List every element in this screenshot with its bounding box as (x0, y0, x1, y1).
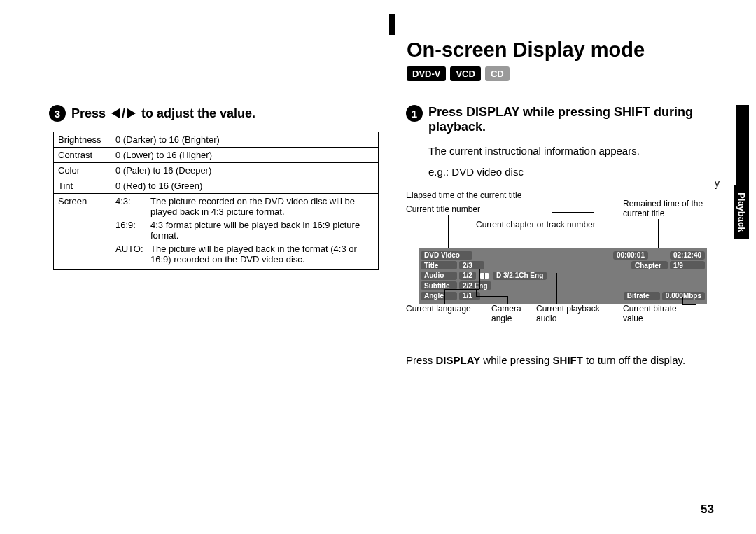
leader-line (552, 212, 594, 213)
left-arrow-icon (111, 108, 120, 118)
badge-vcd: VCD (450, 66, 480, 81)
cell-key: Screen (54, 194, 111, 270)
leader-line (658, 219, 659, 251)
table-row: Brightness0 (Darker) to 16 (Brighter) (54, 132, 379, 148)
cell-val: 0 (Paler) to 16 (Deeper) (111, 163, 379, 178)
step3-text-b: to adjust the value. (141, 106, 255, 121)
osd-box: DVD Video 00:00:01 02:12:40 Title 2/3 Ch… (419, 248, 707, 304)
osd-elapsed: 00:00:01 (613, 251, 648, 260)
leader-line (479, 269, 480, 289)
leader-line (682, 304, 696, 305)
osd-diagram: Current title number Elapsed time of the… (406, 185, 720, 332)
callout-elapsed: Elapsed time of the current title (406, 191, 522, 201)
step1-text: Press DISPLAY while pressing SHIFT durin… (428, 105, 708, 134)
osd-title-l: Title (421, 261, 457, 269)
page-number: 53 (701, 503, 714, 517)
badge-cd: CD (485, 66, 510, 81)
leader-line (594, 202, 594, 251)
step-number-3: 3 (49, 105, 66, 122)
osd-audio-v1: 1/2 (459, 272, 476, 280)
leader-line (444, 289, 445, 304)
osd-bit-v: 0.000Mbps (662, 292, 705, 300)
screen-desc: 4:3 format picture will be played back i… (150, 220, 374, 241)
screen-mode: AUTO: (115, 244, 150, 265)
badge-dvd: DVD-V (407, 66, 446, 81)
cell-val: 0 (Lower) to 16 (Higher) (111, 148, 379, 163)
osd-disc: DVD Video (421, 251, 472, 260)
side-tab-blank (736, 105, 749, 185)
leader-line (507, 296, 508, 304)
osd-chap-v: 1/9 (670, 261, 705, 269)
screen-mode: 16:9: (115, 220, 150, 241)
table-row: Screen 4:3:The picture recorded on the D… (54, 194, 379, 270)
right-arrow-icon (127, 108, 136, 118)
osd-title-v: 2/3 (459, 261, 484, 269)
cell-key: Color (54, 163, 111, 178)
osd-audio-l: Audio (421, 272, 457, 280)
leader-line (556, 273, 557, 304)
off-para: Press DISPLAY while pressing SHIFT to tu… (406, 353, 720, 367)
page-title: On-screen Display mode (407, 38, 645, 62)
info-para: The current instructional information ap… (428, 144, 720, 158)
leader-line (682, 297, 683, 304)
screen-mode: 4:3: (115, 196, 150, 217)
cell-key: Contrast (54, 148, 111, 163)
cell-key: Tint (54, 178, 111, 194)
leader-line (476, 290, 477, 296)
step-number-1: 1 (406, 105, 423, 122)
callout-angle: Camera angle (491, 304, 531, 324)
table-row: Tint0 (Red) to 16 (Green) (54, 178, 379, 194)
osd-audio-v2: D 3/2.1Ch Eng (493, 272, 547, 280)
screen-desc: The picture recorded on the DVD video di… (150, 196, 374, 217)
step3-text-a: Press (71, 106, 106, 121)
slash: / (122, 106, 125, 121)
cell-val: 0 (Red) to 16 (Green) (111, 178, 379, 194)
osd-bit-l: Bitrate (624, 292, 660, 300)
adjustment-table: Brightness0 (Darker) to 16 (Brighter) Co… (53, 132, 379, 270)
callout-chapter: Current chapter or track number (476, 220, 596, 230)
screen-desc: The picture will be played back in the f… (150, 244, 374, 265)
step3-heading: 3 Press / to adjust the value. (49, 105, 374, 122)
dolby-icon (480, 273, 489, 279)
cell-val: 4:3:The picture recorded on the DVD vide… (111, 194, 379, 270)
side-tab: Playback (734, 185, 749, 239)
callout-language: Current language (406, 304, 471, 314)
callout-audio: Current playback audio (536, 304, 613, 324)
cell-val: 0 (Darker) to 16 (Brighter) (111, 132, 379, 148)
callout-title-num: Current title number (406, 205, 480, 215)
callout-remained: Remained time of the current title (623, 199, 720, 219)
callout-bitrate: Current bitrate value (623, 304, 693, 324)
leader-line (552, 212, 552, 251)
step1-heading: 1 Press DISPLAY while pressing SHIFT dur… (406, 105, 720, 134)
top-tab-marker (389, 14, 395, 35)
format-badges: DVD-V VCD CD (407, 66, 510, 81)
example-para: e.g.: DVD video disc (428, 165, 720, 179)
table-row: Color0 (Paler) to 16 (Deeper) (54, 163, 379, 178)
table-row: Contrast0 (Lower) to 16 (Higher) (54, 148, 379, 163)
osd-chap-l: Chapter (631, 261, 668, 269)
osd-angle-l: Angle (421, 292, 457, 300)
leader-line (476, 296, 507, 297)
leader-line (444, 289, 479, 290)
osd-remained: 02:12:40 (670, 251, 705, 260)
cell-key: Brightness (54, 132, 111, 148)
